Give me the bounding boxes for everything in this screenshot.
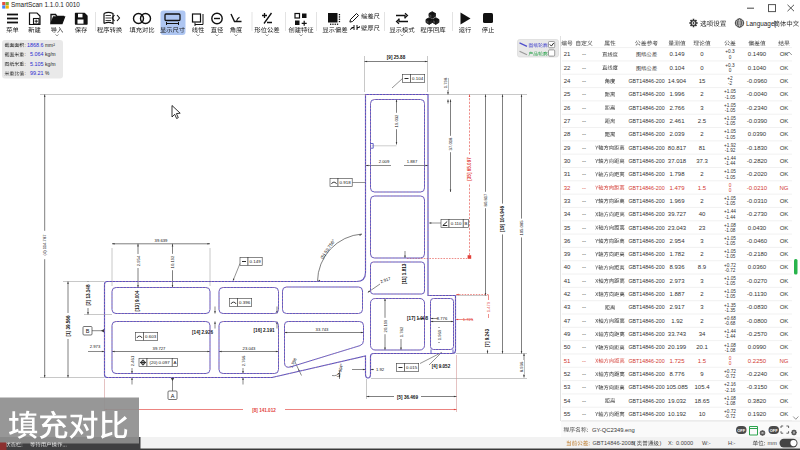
- svg-text:25: 25: [564, 91, 571, 97]
- svg-text:GBT14846-200: GBT14846-200: [628, 291, 664, 297]
- svg-text:mm²: mm²: [45, 43, 55, 48]
- svg-text:18.65: 18.65: [694, 398, 710, 404]
- svg-text:OK: OK: [780, 411, 789, 417]
- svg-text:23: 23: [699, 225, 706, 231]
- svg-text:54: 54: [564, 398, 571, 404]
- svg-text:-0.0270: -0.0270: [747, 278, 768, 284]
- svg-text::: :: [25, 62, 26, 67]
- svg-text:OK: OK: [780, 331, 789, 337]
- svg-text:1.798: 1.798: [443, 77, 448, 88]
- svg-text:2.461: 2.461: [669, 118, 685, 124]
- svg-text:40: 40: [699, 211, 706, 217]
- svg-text:-1.08: -1.08: [725, 401, 736, 406]
- svg-text:[7] 9.243: [7] 9.243: [485, 328, 490, 347]
- svg-text:0: 0: [729, 188, 732, 193]
- svg-text:105.4: 105.4: [694, 384, 710, 390]
- svg-text:36: 36: [564, 238, 571, 244]
- svg-text:kg/m: kg/m: [45, 62, 56, 67]
- svg-text:20.1: 20.1: [696, 344, 708, 350]
- svg-text:21: 21: [564, 51, 571, 57]
- svg-text:--: --: [582, 344, 586, 350]
- svg-text:14.904: 14.904: [668, 78, 687, 84]
- svg-text:33.743: 33.743: [316, 327, 329, 332]
- svg-text:NG: NG: [780, 185, 789, 191]
- svg-text:1.5: 1.5: [698, 185, 707, 191]
- svg-text:41: 41: [564, 278, 571, 284]
- svg-text:39.639: 39.639: [155, 238, 168, 243]
- svg-text:0: 0: [729, 68, 732, 73]
- svg-text:OK: OK: [780, 171, 789, 177]
- svg-text:--: --: [582, 371, 586, 377]
- svg-text:53: 53: [564, 384, 571, 390]
- svg-text:GBT14846-200: GBT14846-200: [628, 158, 664, 164]
- svg-text:2.5: 2.5: [698, 118, 707, 124]
- svg-text:81: 81: [699, 145, 706, 151]
- svg-text:OFF: OFF: [770, 428, 778, 433]
- svg-text:0.110: 0.110: [451, 221, 462, 226]
- svg-text:--: --: [582, 278, 586, 284]
- svg-text:OK: OK: [780, 371, 789, 377]
- svg-text:GBT14846-200: GBT14846-200: [628, 238, 664, 244]
- svg-text:kg/m: kg/m: [45, 52, 56, 57]
- svg-text:OK: OK: [780, 238, 789, 244]
- svg-text:34: 34: [564, 211, 571, 217]
- svg-text:OK: OK: [780, 344, 789, 350]
- svg-text:105.085: 105.085: [519, 220, 524, 236]
- svg-text:--: --: [582, 238, 586, 244]
- svg-text:--: --: [582, 65, 586, 71]
- svg-text:OK: OK: [780, 291, 789, 297]
- svg-text:--: --: [582, 105, 586, 111]
- svg-text:-1.05: -1.05: [725, 175, 736, 180]
- svg-text:): ): [660, 440, 662, 446]
- svg-text:[1] 39.566: [1] 39.566: [66, 315, 71, 336]
- svg-text:[4] 9.052: [4] 9.052: [432, 364, 451, 369]
- svg-text:-2: -2: [728, 81, 733, 86]
- svg-text:15: 15: [699, 78, 706, 84]
- svg-text:19.032: 19.032: [668, 398, 687, 404]
- svg-text:GBT14846-200: GBT14846-200: [628, 304, 664, 310]
- svg-text:0.918: 0.918: [340, 180, 352, 185]
- svg-text:-1.08: -1.08: [725, 228, 736, 233]
- svg-text:--: --: [582, 131, 586, 137]
- svg-text:OK: OK: [780, 304, 789, 310]
- svg-text:--: --: [582, 171, 586, 177]
- svg-text:2.973: 2.973: [669, 278, 685, 284]
- svg-text:2.766: 2.766: [241, 355, 246, 366]
- svg-text:0.0430: 0.0430: [748, 225, 767, 231]
- svg-text:OK: OK: [780, 384, 789, 390]
- svg-text:[17] 1.908: [17] 1.908: [407, 316, 428, 321]
- svg-text:-1.05: -1.05: [725, 95, 736, 100]
- svg-text:GBT14846-200: GBT14846-200: [628, 198, 664, 204]
- svg-text:0.396: 0.396: [239, 300, 251, 305]
- svg-text:GBT14846-200: GBT14846-200: [628, 105, 664, 111]
- svg-text:H:-: H:-: [728, 440, 736, 446]
- svg-text:--: --: [582, 211, 586, 217]
- svg-text:19.032: 19.032: [394, 114, 399, 127]
- svg-text:--: --: [582, 384, 586, 390]
- svg-text:图纸公差: 图纸公差: [636, 65, 658, 72]
- svg-text:GBT14846-200: GBT14846-200: [628, 411, 664, 417]
- svg-text::: :: [25, 52, 26, 57]
- svg-text:[8] 141.012: [8] 141.012: [252, 408, 276, 413]
- svg-text:[2] 13.148: [2] 13.148: [86, 284, 91, 305]
- svg-text:0.0360: 0.0360: [748, 264, 767, 270]
- svg-text:26: 26: [564, 105, 571, 111]
- svg-text:1.782: 1.782: [399, 326, 404, 337]
- svg-text:30: 30: [564, 158, 571, 164]
- svg-text:A: A: [173, 360, 176, 365]
- svg-text:%: %: [45, 71, 50, 76]
- svg-text:-2.16: -2.16: [725, 388, 736, 393]
- svg-text:1.798: 1.798: [669, 171, 685, 177]
- svg-text:-1.44: -1.44: [725, 161, 736, 166]
- svg-text:GBT14846-2008(: GBT14846-2008(: [593, 440, 636, 446]
- svg-text:1.479: 1.479: [486, 301, 491, 312]
- svg-text:GBT14846-200: GBT14846-200: [628, 211, 664, 217]
- svg-text:-1.05: -1.05: [725, 108, 736, 113]
- svg-text:-0.2340: -0.2340: [747, 105, 768, 111]
- svg-text:-0.1830: -0.1830: [747, 145, 768, 151]
- svg-text:2.766: 2.766: [669, 105, 685, 111]
- svg-text:33.743: 33.743: [668, 331, 687, 337]
- svg-text:[11] 1.813: [11] 1.813: [402, 263, 407, 284]
- svg-text:0.1920: 0.1920: [748, 411, 767, 417]
- svg-text:-0.68: -0.68: [725, 321, 736, 326]
